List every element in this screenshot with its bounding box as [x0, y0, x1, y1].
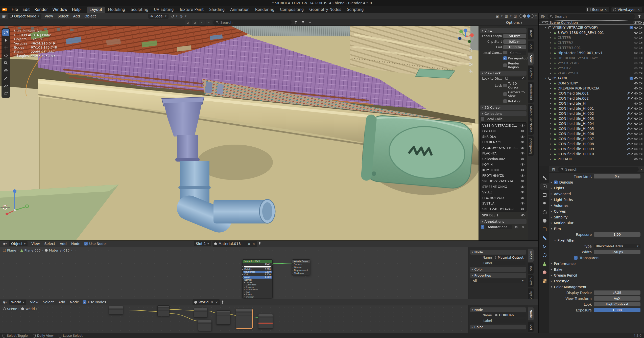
node-title[interactable]: Principled BSDF: [243, 260, 272, 263]
outliner-row[interactable]: ▾ VYSEKY VETRACIE OTVORY ✓: [539, 25, 644, 30]
world-datablock[interactable]: World ⧉ ×: [193, 299, 220, 305]
disable-render-icon[interactable]: [639, 77, 642, 79]
collection-eye-icon[interactable]: [520, 191, 524, 194]
collection-exclude-checkbox[interactable]: ✓: [630, 77, 633, 80]
outliner-row[interactable]: ▸ ICON field tile_HI.006 ✓: [539, 131, 644, 136]
disable-render-icon[interactable]: [639, 107, 642, 110]
node-section-row[interactable]: ▸Specular: [243, 286, 272, 289]
properties-tab[interactable]: [540, 218, 549, 224]
copy-material-icon[interactable]: ⧉: [247, 241, 251, 246]
viewport-menu-item[interactable]: Add: [71, 14, 82, 19]
node-section-row[interactable]: ▸Coat: [243, 291, 272, 294]
color-management-field[interactable]: AgX: [594, 296, 640, 301]
outliner-row[interactable]: ▸ ICON field tile.002 ✓: [539, 96, 644, 101]
menu-item[interactable]: Render: [32, 7, 50, 12]
disable-render-icon[interactable]: [639, 148, 642, 150]
world-unlink-icon[interactable]: ×: [215, 300, 218, 304]
asset-search-input[interactable]: [220, 20, 289, 25]
breadcrumb-item[interactable]: Material.013›: [45, 249, 72, 252]
disable-render-icon[interactable]: [639, 52, 642, 54]
properties-tab[interactable]: [540, 183, 549, 190]
disable-render-icon[interactable]: [639, 102, 642, 105]
bookmark-flag-icon[interactable]: [300, 20, 306, 25]
disable-render-icon[interactable]: [639, 41, 642, 44]
workspace-tab[interactable]: Animation: [227, 7, 252, 13]
outliner-row[interactable]: ▸ ICON field tile_HI.007 ✓: [539, 136, 644, 141]
outliner-row[interactable]: ▸ ICON field tile_HI.003 ✓: [539, 116, 644, 121]
collection-eye-icon[interactable]: [520, 124, 524, 127]
fake-user-shield-icon[interactable]: ▢: [242, 241, 246, 246]
collection-eye-icon[interactable]: [520, 157, 524, 160]
shader-menu-item[interactable]: Node: [69, 241, 83, 246]
disable-render-icon[interactable]: [639, 62, 642, 64]
hide-eye-icon[interactable]: [634, 77, 638, 80]
disable-render-icon[interactable]: [639, 67, 642, 69]
collection-list-item[interactable]: SKRIDLA: [481, 134, 526, 139]
principled-bsdf-node[interactable]: Principled BSDF BSDF Base Color: [242, 259, 273, 298]
scene-selector[interactable]: Scene ×: [586, 7, 609, 12]
hide-eye-icon[interactable]: [634, 36, 638, 39]
node-label-field[interactable]: [493, 319, 526, 323]
world-node[interactable]: [194, 308, 207, 318]
breadcrumb-item[interactable]: Scene›: [3, 307, 19, 311]
disable-render-icon[interactable]: [639, 117, 642, 120]
properties-tab[interactable]: [540, 235, 549, 241]
world-menu-item[interactable]: View: [28, 300, 41, 305]
node-panel-header[interactable]: ▾Node: [470, 307, 526, 312]
hide-eye-icon[interactable]: [634, 127, 638, 130]
show-gizmo-icon[interactable]: ▣: [494, 14, 500, 18]
collapsed-section[interactable]: ▸Advanced: [549, 191, 643, 197]
world-use-nodes-checkbox[interactable]: ✓: [83, 300, 86, 304]
collection-list-item[interactable]: STRESNE OKNO: [481, 184, 526, 189]
hide-eye-icon[interactable]: [634, 31, 638, 34]
sidebar-tab[interactable]: Tool: [528, 263, 534, 274]
expand-caret[interactable]: ▸: [549, 132, 552, 135]
expand-caret[interactable]: ▸: [549, 122, 552, 125]
disable-render-icon[interactable]: [639, 87, 642, 89]
node-input-row[interactable]: Displacement: [292, 269, 310, 272]
workspace-tab[interactable]: Layout: [87, 7, 105, 13]
workspace-tab[interactable]: Sculpting: [128, 7, 151, 13]
sidebar-tab[interactable]: Tool: [528, 41, 534, 51]
tool-toggle-4-icon[interactable]: ◦: [206, 20, 212, 25]
collection-list-item[interactable]: VYSEKY VETRACIE O...: [481, 123, 526, 128]
collection-list-item[interactable]: PLACHTA: [481, 150, 526, 156]
expand-caret[interactable]: ▸: [549, 97, 552, 100]
hide-eye-icon[interactable]: [634, 107, 638, 110]
node-title[interactable]: Material Output: [292, 260, 310, 263]
collapsed-section[interactable]: ▸Performance: [549, 261, 643, 266]
tool-cursor[interactable]: [2, 37, 9, 44]
viewport-menu-item[interactable]: Object: [82, 14, 98, 19]
properties-options-caret[interactable]: ▾: [640, 168, 642, 171]
outliner-row[interactable]: ▸ VYSEK ZLAB ✓: [539, 60, 644, 65]
expand-caret[interactable]: ▸: [549, 127, 552, 130]
properties-tab[interactable]: [540, 226, 549, 233]
world-node[interactable]: [216, 310, 230, 325]
disable-render-icon[interactable]: [639, 31, 642, 34]
sidebar-tab[interactable]: Gaffer: [528, 66, 534, 80]
sidebar-tab[interactable]: View: [528, 53, 534, 65]
shading-dropdown-caret[interactable]: ▾: [535, 14, 537, 18]
hide-eye-icon[interactable]: [634, 41, 638, 44]
base-color-swatch[interactable]: [244, 266, 271, 267]
world-node[interactable]: [258, 314, 273, 329]
world-type-dropdown[interactable]: World▾: [9, 300, 26, 305]
properties-filter-dropdown[interactable]: All▾: [471, 279, 526, 283]
hide-eye-icon[interactable]: [634, 26, 638, 29]
shader-menu-item[interactable]: Add: [58, 241, 69, 246]
annotation-copy-icon[interactable]: ⧉: [514, 224, 519, 229]
node-input-row[interactable]: Normal: [243, 279, 272, 281]
collection-list-item[interactable]: Collection.002: [481, 156, 526, 162]
hide-eye-icon[interactable]: [634, 97, 638, 100]
expand-caret[interactable]: ▾: [541, 21, 544, 24]
navigation-gizmo[interactable]: [457, 28, 474, 47]
value-field[interactable]: 1000 m: [503, 45, 526, 49]
tool-toggle-2-icon[interactable]: ▫: [192, 20, 198, 25]
expand-caret[interactable]: ▸: [549, 87, 552, 89]
outliner-filter-icon[interactable]: [637, 14, 642, 19]
expand-caret[interactable]: ▸: [549, 92, 552, 95]
breadcrumb-item[interactable]: Plane›: [3, 249, 18, 252]
outliner-row[interactable]: ▸ VYSEK2 ✓: [539, 65, 644, 71]
outliner-row[interactable]: ▸ ICON field tile_HI ✓: [539, 101, 644, 106]
workspace-tab[interactable]: Texture Paint: [176, 7, 206, 13]
